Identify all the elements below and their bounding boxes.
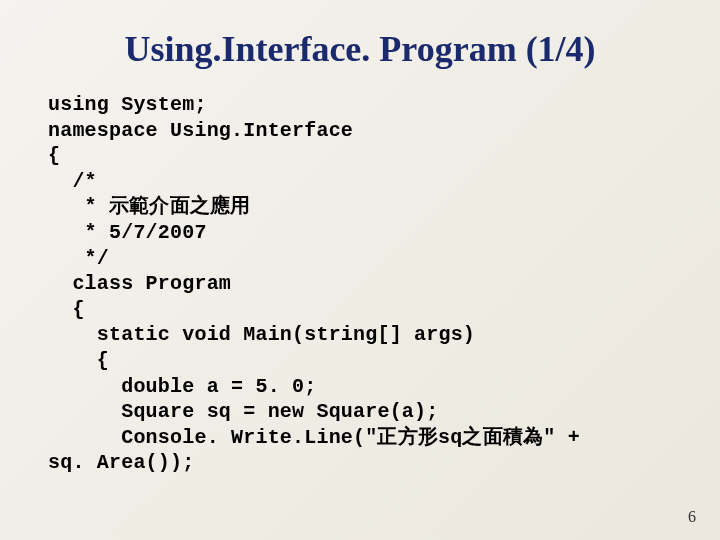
- code-line: namespace Using.Interface: [48, 119, 353, 142]
- code-line: {: [48, 298, 85, 321]
- code-line: class Program: [48, 272, 231, 295]
- code-line: sq. Area());: [48, 451, 194, 474]
- code-line: {: [48, 144, 60, 167]
- code-line: */: [48, 247, 109, 270]
- slide-container: Using.Interface. Program (1/4) using Sys…: [0, 0, 720, 540]
- code-line: Console. Write.Line("正方形sq之面積為" +: [48, 426, 580, 449]
- code-line: * 5/7/2007: [48, 221, 207, 244]
- code-line: * 示範介面之應用: [48, 195, 250, 218]
- code-line: {: [48, 349, 109, 372]
- code-line: using System;: [48, 93, 207, 116]
- code-line: static void Main(string[] args): [48, 323, 475, 346]
- code-line: double a = 5. 0;: [48, 375, 316, 398]
- code-block: using System; namespace Using.Interface …: [48, 92, 672, 476]
- code-line: /*: [48, 170, 97, 193]
- page-number: 6: [688, 508, 696, 526]
- slide-title: Using.Interface. Program (1/4): [48, 28, 672, 70]
- code-line: Square sq = new Square(a);: [48, 400, 438, 423]
